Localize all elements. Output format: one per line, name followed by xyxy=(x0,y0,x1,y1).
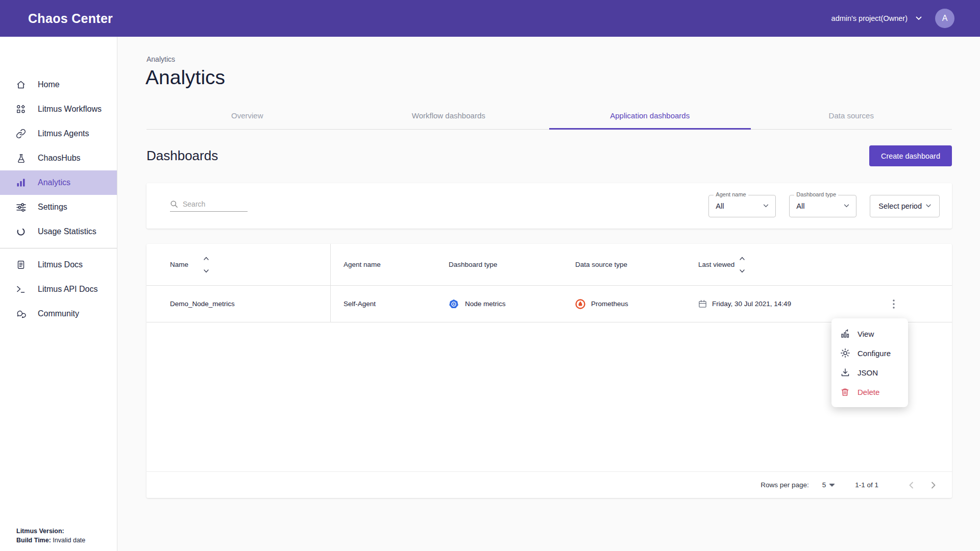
table-header-row: Name Agent name Dashboard type Data sour… xyxy=(146,244,952,286)
trash-icon xyxy=(840,387,850,397)
sort-control-last-viewed xyxy=(740,255,745,275)
chevron-down-icon xyxy=(916,16,922,20)
dashboard-type-select-value: All xyxy=(796,202,804,210)
sidebar-divider xyxy=(0,248,117,248)
column-header-agent-name: Agent name xyxy=(331,261,449,268)
create-dashboard-button[interactable]: Create dashboard xyxy=(869,145,952,166)
download-icon xyxy=(840,368,850,378)
previous-page-icon[interactable] xyxy=(903,477,919,493)
sidebar-item-label: Litmus Workflows xyxy=(38,105,102,114)
search-box xyxy=(170,200,248,212)
build-time-value: Invalid date xyxy=(53,537,85,544)
search-input[interactable] xyxy=(183,200,239,208)
sidebar-item-label: Litmus API Docs xyxy=(38,285,97,294)
sidebar-item-chaoshubs[interactable]: ChaosHubs xyxy=(0,146,117,170)
select-period-button[interactable]: Select period xyxy=(870,195,940,217)
menu-item-label: Delete xyxy=(857,388,879,396)
sidebar-item-home[interactable]: Home xyxy=(0,72,117,97)
sidebar: Home Litmus Workflows Litmus Agents Chao… xyxy=(0,37,117,551)
sidebar-item-label: Home xyxy=(38,80,60,89)
column-label: Name xyxy=(170,261,188,268)
next-page-icon[interactable] xyxy=(925,477,942,493)
rows-per-page-value: 5 xyxy=(822,481,826,489)
sidebar-item-label: Analytics xyxy=(38,178,70,187)
sort-asc-icon[interactable] xyxy=(740,257,745,260)
sort-asc-icon[interactable] xyxy=(204,257,209,260)
workflows-icon xyxy=(15,104,27,115)
row-options-menu: View Configure JSON Delete xyxy=(831,318,908,407)
docs-icon xyxy=(15,259,27,270)
sidebar-item-litmus-agents[interactable]: Litmus Agents xyxy=(0,121,117,146)
tab-application-dashboards[interactable]: Application dashboards xyxy=(549,102,751,129)
sort-desc-icon[interactable] xyxy=(740,269,745,273)
cell-last-viewed: Friday, 30 Jul 2021, 14:49 xyxy=(698,299,867,308)
avatar-letter: A xyxy=(942,14,948,23)
sidebar-item-community[interactable]: Community xyxy=(0,302,117,326)
agent-name-select[interactable]: Agent name All xyxy=(708,195,776,217)
menu-item-view[interactable]: View xyxy=(831,324,908,343)
gear-icon xyxy=(840,348,850,358)
chevron-down-icon xyxy=(763,204,769,208)
sidebar-item-settings[interactable]: Settings xyxy=(0,195,117,219)
cell-dashboard-type: Node metrics xyxy=(449,299,575,309)
prometheus-icon xyxy=(575,299,585,309)
column-label: Last viewed xyxy=(698,261,734,268)
main-content: Analytics Analytics Overview Workflow da… xyxy=(117,37,980,551)
tab-data-sources[interactable]: Data sources xyxy=(751,102,952,129)
select-period-label: Select period xyxy=(878,202,922,210)
menu-item-configure[interactable]: Configure xyxy=(831,343,908,363)
sidebar-item-label: Usage Statistics xyxy=(38,227,96,236)
build-time-label: Build Time: xyxy=(16,537,51,544)
sidebar-item-litmus-api-docs[interactable]: Litmus API Docs xyxy=(0,277,117,302)
sort-control-name xyxy=(204,255,209,275)
menu-item-delete[interactable]: Delete xyxy=(831,382,908,402)
sidebar-item-usage-statistics[interactable]: Usage Statistics xyxy=(0,219,117,244)
cell-data-source-label: Prometheus xyxy=(591,300,628,308)
agents-icon xyxy=(15,128,27,139)
community-icon xyxy=(15,308,27,319)
topbar-right: admin's project(Owner) A xyxy=(831,9,954,28)
node-metrics-icon xyxy=(449,299,459,309)
cell-data-source-type: Prometheus xyxy=(575,299,698,309)
sidebar-item-analytics[interactable]: Analytics xyxy=(0,170,117,195)
menu-item-label: Configure xyxy=(857,349,891,358)
menu-item-label: View xyxy=(857,330,874,338)
sidebar-item-litmus-workflows[interactable]: Litmus Workflows xyxy=(0,97,117,121)
tab-workflow-dashboards[interactable]: Workflow dashboards xyxy=(348,102,550,129)
menu-item-json[interactable]: JSON xyxy=(831,363,908,382)
sidebar-item-label: Settings xyxy=(38,203,67,212)
sidebar-item-litmus-docs[interactable]: Litmus Docs xyxy=(0,253,117,277)
chevron-down-icon xyxy=(926,204,931,208)
analytics-icon xyxy=(15,177,27,188)
section-heading: Dashboards xyxy=(146,148,218,164)
sort-desc-icon[interactable] xyxy=(204,269,209,273)
api-docs-icon xyxy=(15,284,27,295)
view-icon xyxy=(840,329,850,339)
cell-name: Demo_Node_metrics xyxy=(146,286,331,322)
pagination: Rows per page: 5 1-1 of 1 xyxy=(146,471,952,498)
tab-overview[interactable]: Overview xyxy=(146,102,348,129)
table-row[interactable]: Demo_Node_metrics Self-Agent Node metric… xyxy=(146,286,952,322)
settings-icon xyxy=(15,202,27,213)
agent-name-select-value: All xyxy=(716,202,724,210)
project-selector-label: admin's project(Owner) xyxy=(831,14,908,22)
section-header: Dashboards Create dashboard xyxy=(146,145,952,166)
breadcrumb: Analytics xyxy=(146,55,175,63)
avatar[interactable]: A xyxy=(935,9,954,28)
column-header-name: Name xyxy=(146,244,331,285)
sidebar-item-label: Litmus Agents xyxy=(38,129,89,138)
rows-per-page-select[interactable]: 5 xyxy=(822,481,835,489)
rows-per-page-label: Rows per page: xyxy=(761,481,809,489)
filter-controls: Agent name All Dashboard type All Select… xyxy=(708,195,940,217)
cell-agent-name: Self-Agent xyxy=(331,300,449,308)
top-bar: Chaos Center admin's project(Owner) A xyxy=(0,0,980,37)
cell-dashboard-type-label: Node metrics xyxy=(465,300,506,308)
dashboard-type-select[interactable]: Dashboard type All xyxy=(789,195,856,217)
usage-statistics-icon xyxy=(15,226,27,237)
project-selector[interactable]: admin's project(Owner) xyxy=(831,14,922,22)
row-options-kebab-icon[interactable] xyxy=(887,297,901,311)
caret-down-icon xyxy=(829,484,835,487)
dashboard-type-select-label: Dashboard type xyxy=(794,191,838,197)
cell-actions xyxy=(867,297,952,311)
column-header-dashboard-type: Dashboard type xyxy=(449,261,575,268)
